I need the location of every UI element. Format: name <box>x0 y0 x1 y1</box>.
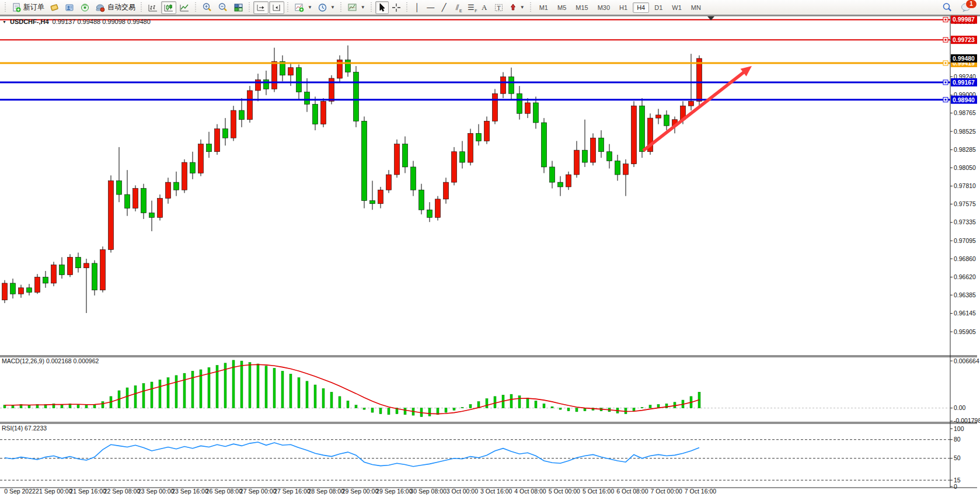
zoom-in-button[interactable] <box>200 1 215 14</box>
new-chart-icon <box>50 3 60 12</box>
text-label-button[interactable]: T <box>491 1 506 14</box>
svg-text:100: 100 <box>954 425 964 432</box>
crosshair-button[interactable] <box>389 1 403 14</box>
svg-text:6 Oct 08:00: 6 Oct 08:00 <box>616 488 648 495</box>
vertical-line-icon: │ <box>415 4 420 11</box>
svg-text:0.99167: 0.99167 <box>953 79 975 86</box>
templates-button[interactable]: ▼ <box>345 1 368 14</box>
auto-trading-label: 自动交易 <box>107 2 135 12</box>
signals-button[interactable] <box>78 1 92 14</box>
auto-scroll-icon <box>271 3 282 12</box>
equidistant-channel-button[interactable]: ⫽E <box>451 1 464 14</box>
notifications-button[interactable]: 1 <box>958 1 974 14</box>
timeframe-w1[interactable]: W1 <box>668 2 686 13</box>
svg-text:0.95905: 0.95905 <box>954 328 976 335</box>
rsi-name: RSI(14) <box>2 425 23 432</box>
bar-chart-button[interactable] <box>145 1 161 14</box>
timeframe-h4[interactable]: H4 <box>633 2 649 13</box>
svg-text:0.98050: 0.98050 <box>954 164 976 171</box>
periods-button[interactable]: ▼ <box>315 1 337 14</box>
svg-text:0.99480: 0.99480 <box>953 55 975 62</box>
svg-text:0.97810: 0.97810 <box>954 182 976 189</box>
svg-text:0.97575: 0.97575 <box>954 200 976 207</box>
macd-name: MACD(12,26,9) <box>2 357 44 364</box>
toolbar-grip <box>4 2 7 13</box>
trendline-icon: ╱ <box>442 4 447 11</box>
svg-text:27 Sep 00:00: 27 Sep 00:00 <box>240 488 277 495</box>
timeframe-m5[interactable]: M5 <box>553 2 570 13</box>
cursor-icon <box>378 3 386 12</box>
timeframe-h1[interactable]: H1 <box>615 2 632 13</box>
text-label-icon: T <box>494 3 504 12</box>
rsi-label: RSI(14) 67.2233 <box>2 425 47 432</box>
toolbar-grip <box>370 2 373 13</box>
svg-text:3 Oct 00:00: 3 Oct 00:00 <box>447 488 478 495</box>
search-icon <box>942 2 953 12</box>
new-order-label: 新订单 <box>23 2 44 12</box>
timeframe-m30[interactable]: M30 <box>594 2 614 13</box>
svg-text:28 Sep 08:00: 28 Sep 08:00 <box>308 488 344 495</box>
tile-windows-button[interactable] <box>231 1 246 14</box>
svg-text:22 Sep 08:00: 22 Sep 08:00 <box>104 488 141 495</box>
signals-icon <box>80 3 90 12</box>
horizontal-line-icon: — <box>427 4 434 11</box>
svg-text:7 Oct 16:00: 7 Oct 16:00 <box>685 488 716 495</box>
zoom-in-icon <box>202 2 212 12</box>
chevron-down-icon: ▼ <box>308 5 312 10</box>
arrows-button[interactable]: ▼ <box>507 1 527 14</box>
fibonacci-button[interactable]: ☰F <box>465 1 477 14</box>
templates-icon <box>347 3 358 12</box>
new-chart-button[interactable] <box>47 1 62 14</box>
timeframe-d1[interactable]: D1 <box>650 2 667 13</box>
chevron-down-icon: ▼ <box>361 5 365 10</box>
new-order-icon <box>12 3 21 12</box>
zoom-out-button[interactable] <box>215 1 231 14</box>
cursor-button[interactable] <box>375 1 389 14</box>
price-badge: 0.99167 <box>951 78 977 86</box>
time-axis: 0 Sep 202221 Sep 00:0021 Sep 16:0022 Sep… <box>4 488 716 495</box>
svg-text:80: 80 <box>954 436 961 443</box>
new-order-button[interactable]: 新订单 <box>9 1 47 14</box>
svg-text:0.96145: 0.96145 <box>954 310 976 317</box>
line-chart-button[interactable] <box>177 1 192 14</box>
toolbar-grip <box>194 2 197 13</box>
chart-shift-button[interactable] <box>253 1 268 14</box>
symbol-timeframe-label: USDCHF-,H4 <box>10 18 49 25</box>
candlestick-chart[interactable]: 0.999550.997150.994800.992400.990000.987… <box>0 0 980 497</box>
text-button[interactable]: A <box>478 1 491 14</box>
auto-scroll-button[interactable] <box>269 1 284 14</box>
svg-text:0.98525: 0.98525 <box>954 128 976 135</box>
trendline-button[interactable]: ╱ <box>438 1 451 14</box>
svg-text:29 Sep 00:00: 29 Sep 00:00 <box>342 488 379 495</box>
tile-windows-icon <box>233 3 243 12</box>
candlestick-button[interactable] <box>161 1 176 14</box>
timeframe-m15[interactable]: M15 <box>571 2 592 13</box>
svg-text:5 Oct 16:00: 5 Oct 16:00 <box>583 488 614 495</box>
svg-text:0.98940: 0.98940 <box>953 96 975 103</box>
vertical-line-button[interactable]: │ <box>411 1 424 14</box>
collapse-triangle-icon[interactable]: ▼ <box>2 20 6 24</box>
svg-text:0.96385: 0.96385 <box>954 291 976 298</box>
add-indicator-button[interactable]: ▼ <box>292 1 315 14</box>
macd-label: MACD(12,26,9) 0.002168 0.000962 <box>2 357 99 364</box>
chevron-down-icon: ▼ <box>520 5 525 10</box>
chart-title: ▼ USDCHF-,H4 0.99137 0.99488 0.99098 0.9… <box>2 18 151 25</box>
notification-badge: 1 <box>965 0 977 9</box>
chart-shift-icon <box>256 3 266 12</box>
horizontal-line-button[interactable]: — <box>424 1 437 14</box>
svg-text:21 Sep 16:00: 21 Sep 16:00 <box>69 488 106 495</box>
equidistant-channel-icon: ⫽E <box>456 4 459 11</box>
svg-text:7 Oct 00:00: 7 Oct 00:00 <box>651 488 682 495</box>
bar-chart-icon <box>148 3 158 12</box>
search-button[interactable] <box>940 1 955 14</box>
svg-text:27 Sep 16:00: 27 Sep 16:00 <box>274 488 311 495</box>
macd-signal-value: 0.000962 <box>74 357 99 364</box>
auto-trading-button[interactable]: 自动交易 <box>93 1 138 14</box>
price-badge: 0.99723 <box>951 36 977 44</box>
timeframe-m1[interactable]: M1 <box>535 2 552 13</box>
toolbar-grip <box>248 2 251 13</box>
svg-text:0.97095: 0.97095 <box>954 237 976 244</box>
profiles-button[interactable] <box>62 1 77 14</box>
arrows-icon <box>509 3 517 12</box>
timeframe-mn[interactable]: MN <box>687 2 705 13</box>
